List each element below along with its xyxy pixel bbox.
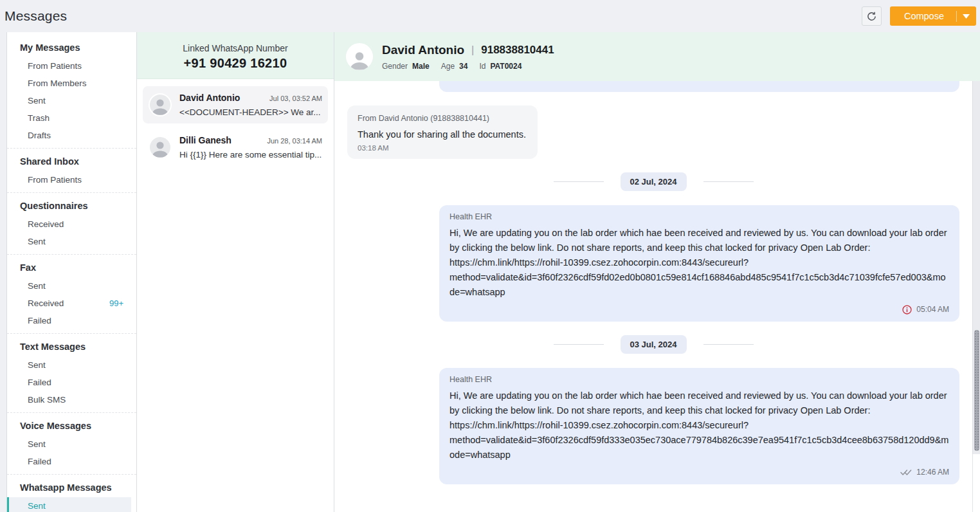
sidebar-item-voice-failed[interactable]: Failed	[7, 453, 131, 470]
top-bar: Messages Compose	[0, 0, 980, 32]
message-sender-label: Health EHR	[449, 212, 949, 221]
incoming-message-bubble: From David Antonio (918838810441) Thank …	[347, 105, 538, 159]
divider: |	[471, 44, 474, 56]
age-value: 34	[459, 62, 467, 71]
sidebar-item-fax-sent[interactable]: Sent	[7, 277, 131, 295]
chat-panel: David Antonio | 918838810441 Gender Male…	[334, 32, 980, 512]
date-pill: 03 Jul, 2024	[621, 335, 687, 354]
message-sender-label: From David Antonio (918838810441)	[358, 114, 526, 123]
conversation-time: Jul 03, 03:52 AM	[269, 95, 322, 102]
sidebar-section-fax: Fax	[7, 257, 136, 277]
message-text: Hi, We are updating you on the lab order…	[449, 389, 949, 462]
conversation-name: Dilli Ganesh	[179, 135, 231, 145]
message-bubble-partial	[439, 81, 959, 92]
date-separator: 03 Jul, 2024	[347, 335, 959, 354]
linked-whatsapp-label: Linked WhatsApp Number	[137, 43, 334, 53]
sidebar-item-from-patients[interactable]: From Patients	[7, 57, 131, 75]
divider	[972, 454, 973, 512]
error-status-icon	[902, 305, 912, 315]
sidebar-item-drafts[interactable]: Drafts	[7, 127, 131, 144]
sidebar-nav: My Messages From Patients From Members S…	[6, 32, 137, 512]
conversation-time: Jun 28, 03:14 AM	[267, 137, 322, 145]
divider	[554, 344, 604, 345]
patient-id-value: PAT0024	[490, 62, 522, 71]
conversation-preview: Hi {{1}} Here are some essential tip...	[179, 150, 322, 160]
avatar	[346, 43, 373, 70]
sidebar-item-fax-failed[interactable]: Failed	[7, 312, 131, 329]
gender-value: Male	[412, 62, 430, 71]
avatar	[149, 136, 172, 159]
sidebar-item-trash[interactable]: Trash	[7, 109, 131, 127]
age-label: Age	[441, 62, 455, 71]
divider	[554, 181, 604, 182]
sidebar-item-questionnaires-received[interactable]: Received	[7, 215, 131, 233]
page-title: Messages	[0, 8, 67, 24]
conversation-preview: <<DOCUMENT-HEADER>> We ar...	[179, 107, 322, 117]
date-pill: 02 Jul, 2024	[621, 172, 687, 191]
message-text: Thank you for sharing all the documents.	[358, 127, 526, 142]
sidebar-section-shared-inbox: Shared Inbox	[7, 151, 136, 171]
unread-count-badge: 99+	[109, 298, 131, 308]
chevron-down-icon[interactable]	[957, 14, 976, 19]
sidebar-section-my-messages: My Messages	[7, 37, 136, 57]
divider	[703, 181, 754, 182]
sidebar-item-from-members[interactable]: From Members	[7, 75, 131, 92]
contact-name: David Antonio	[382, 43, 464, 57]
conversation-list-panel: Linked WhatsApp Number +91 90429 16210 D…	[137, 32, 334, 512]
message-thread: From David Antonio (918838810441) Thank …	[334, 81, 972, 512]
sidebar-item-text-sent[interactable]: Sent	[7, 356, 131, 374]
compose-label: Compose	[890, 11, 956, 21]
sidebar-item-voice-sent[interactable]: Sent	[7, 435, 131, 453]
sidebar-item-bulk-sms[interactable]: Bulk SMS	[7, 391, 131, 408]
contact-phone: 918838810441	[481, 44, 554, 57]
linked-whatsapp-number: +91 90429 16210	[137, 56, 334, 71]
message-text: Hi, We are updating you on the lab order…	[449, 226, 949, 300]
compose-button[interactable]: Compose	[890, 6, 976, 26]
message-sender-label: Health EHR	[449, 375, 949, 384]
date-separator: 02 Jul, 2024	[347, 172, 959, 191]
sidebar-item-fax-received[interactable]: Received 99+	[7, 295, 131, 312]
outgoing-message-bubble: Health EHR Hi, We are updating you on th…	[439, 368, 959, 484]
sidebar-item-shared-from-patients[interactable]: From Patients	[7, 171, 131, 188]
message-time: 03:18 AM	[358, 144, 526, 152]
sidebar-item-questionnaires-sent[interactable]: Sent	[7, 233, 131, 250]
chat-contact-header: David Antonio | 918838810441 Gender Male…	[334, 32, 980, 81]
message-time: 05:04 AM	[916, 305, 949, 314]
sidebar-section-text-messages: Text Messages	[7, 336, 136, 356]
sidebar-section-whatsapp-messages: Whatsapp Messages	[7, 477, 136, 497]
delivered-double-check-icon	[900, 468, 912, 476]
sidebar-item-text-failed[interactable]: Failed	[7, 374, 131, 391]
sidebar-item-sent[interactable]: Sent	[7, 92, 131, 109]
sidebar-section-voice-messages: Voice Messages	[7, 416, 136, 435]
refresh-icon	[866, 11, 877, 22]
conversation-name: David Antonio	[179, 93, 240, 103]
outgoing-message-bubble: Health EHR Hi, We are updating you on th…	[439, 205, 959, 322]
conversation-list: David Antonio Jul 03, 03:52 AM <<DOCUMEN…	[137, 79, 334, 178]
message-time: 12:46 AM	[916, 468, 949, 477]
linked-whatsapp-header: Linked WhatsApp Number +91 90429 16210	[137, 32, 334, 79]
sidebar-section-questionnaires: Questionnaires	[7, 196, 136, 215]
avatar	[149, 93, 172, 116]
conversation-item-dilli-ganesh[interactable]: Dilli Ganesh Jun 28, 03:14 AM Hi {{1}} H…	[143, 129, 328, 166]
conversation-item-david-antonio[interactable]: David Antonio Jul 03, 03:52 AM <<DOCUMEN…	[143, 86, 328, 123]
sidebar-item-whatsapp-sent[interactable]: Sent	[7, 497, 131, 512]
divider	[703, 344, 754, 345]
chat-scrollbar-thumb[interactable]	[974, 330, 979, 451]
id-label: Id	[479, 62, 485, 71]
gender-label: Gender	[382, 62, 408, 71]
chat-scrollbar-track[interactable]	[972, 81, 980, 454]
refresh-button[interactable]	[862, 6, 882, 26]
sidebar-item-label: Received	[28, 298, 64, 308]
